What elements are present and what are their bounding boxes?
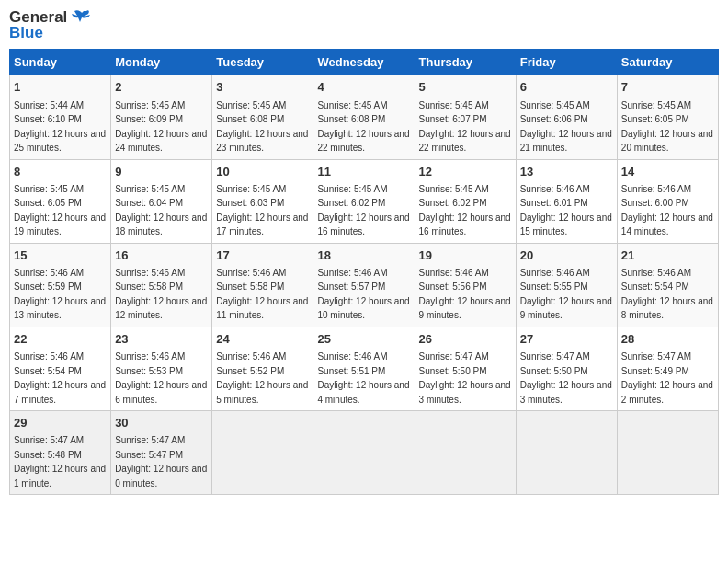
calendar-cell: 17Sunrise: 5:46 AMSunset: 5:58 PMDayligh…: [212, 243, 313, 327]
day-info: Sunrise: 5:46 AMSunset: 5:57 PMDaylight:…: [317, 268, 409, 321]
day-number: 4: [317, 79, 410, 96]
calendar-cell: 11Sunrise: 5:45 AMSunset: 6:02 PMDayligh…: [313, 159, 415, 243]
weekday-header-monday: Monday: [111, 50, 212, 75]
day-info: Sunrise: 5:45 AMSunset: 6:08 PMDaylight:…: [216, 100, 308, 154]
calendar-cell: 27Sunrise: 5:47 AMSunset: 5:50 PMDayligh…: [516, 327, 617, 410]
day-number: 3: [216, 79, 309, 96]
day-info: Sunrise: 5:46 AMSunset: 5:58 PMDaylight:…: [216, 268, 308, 321]
day-info: Sunrise: 5:45 AMSunset: 6:04 PMDaylight:…: [115, 184, 207, 237]
calendar-cell: [516, 411, 617, 495]
calendar-cell: 5Sunrise: 5:45 AMSunset: 6:07 PMDaylight…: [415, 75, 516, 159]
day-number: 18: [317, 247, 410, 264]
day-number: 9: [115, 164, 208, 180]
day-info: Sunrise: 5:47 AMSunset: 5:48 PMDaylight:…: [14, 435, 106, 488]
day-number: 14: [621, 164, 714, 180]
day-info: Sunrise: 5:47 AMSunset: 5:47 PMDaylight:…: [115, 435, 207, 488]
logo-bird-icon: [70, 9, 90, 26]
day-info: Sunrise: 5:45 AMSunset: 6:09 PMDaylight:…: [115, 100, 207, 154]
day-info: Sunrise: 5:46 AMSunset: 6:00 PMDaylight:…: [621, 184, 713, 237]
logo: General Blue: [9, 9, 90, 41]
day-info: Sunrise: 5:46 AMSunset: 5:56 PMDaylight:…: [419, 268, 511, 321]
day-number: 5: [419, 79, 512, 96]
day-number: 6: [520, 79, 613, 96]
day-info: Sunrise: 5:44 AMSunset: 6:10 PMDaylight:…: [14, 100, 106, 154]
calendar-cell: 7Sunrise: 5:45 AMSunset: 6:05 PMDaylight…: [617, 75, 718, 159]
day-info: Sunrise: 5:45 AMSunset: 6:02 PMDaylight:…: [317, 184, 409, 237]
calendar-cell: 25Sunrise: 5:46 AMSunset: 5:51 PMDayligh…: [313, 327, 415, 410]
day-info: Sunrise: 5:46 AMSunset: 5:53 PMDaylight:…: [115, 351, 207, 405]
day-info: Sunrise: 5:46 AMSunset: 5:54 PMDaylight:…: [621, 268, 713, 321]
day-info: Sunrise: 5:46 AMSunset: 5:58 PMDaylight:…: [115, 268, 207, 321]
day-number: 15: [14, 247, 107, 264]
day-number: 7: [621, 79, 714, 96]
calendar-cell: 14Sunrise: 5:46 AMSunset: 6:00 PMDayligh…: [617, 159, 718, 243]
day-number: 8: [14, 164, 107, 180]
day-info: Sunrise: 5:45 AMSunset: 6:05 PMDaylight:…: [621, 100, 713, 154]
day-number: 23: [115, 331, 208, 348]
calendar-table: SundayMondayTuesdayWednesdayThursdayFrid…: [9, 49, 719, 495]
day-number: 10: [216, 164, 309, 180]
day-info: Sunrise: 5:46 AMSunset: 5:55 PMDaylight:…: [520, 268, 612, 321]
day-info: Sunrise: 5:47 AMSunset: 5:50 PMDaylight:…: [520, 351, 612, 405]
weekday-header-thursday: Thursday: [415, 50, 516, 75]
day-info: Sunrise: 5:45 AMSunset: 6:08 PMDaylight:…: [317, 100, 409, 154]
day-info: Sunrise: 5:46 AMSunset: 5:59 PMDaylight:…: [14, 268, 106, 321]
calendar-cell: [313, 411, 415, 495]
calendar-cell: [212, 411, 313, 495]
weekday-header-tuesday: Tuesday: [212, 50, 313, 75]
day-number: 16: [115, 247, 208, 264]
day-info: Sunrise: 5:45 AMSunset: 6:05 PMDaylight:…: [14, 184, 106, 237]
weekday-header-wednesday: Wednesday: [313, 50, 415, 75]
calendar-cell: 20Sunrise: 5:46 AMSunset: 5:55 PMDayligh…: [516, 243, 617, 327]
day-number: 22: [14, 331, 107, 348]
day-number: 12: [419, 164, 512, 180]
calendar-cell: 22Sunrise: 5:46 AMSunset: 5:54 PMDayligh…: [10, 327, 111, 410]
day-number: 21: [621, 247, 714, 264]
calendar-cell: [415, 411, 516, 495]
week-row-2: 8Sunrise: 5:45 AMSunset: 6:05 PMDaylight…: [10, 159, 719, 243]
day-number: 20: [520, 247, 613, 264]
day-info: Sunrise: 5:45 AMSunset: 6:03 PMDaylight:…: [216, 184, 308, 237]
calendar-cell: 28Sunrise: 5:47 AMSunset: 5:49 PMDayligh…: [617, 327, 718, 410]
day-number: 11: [317, 164, 410, 180]
calendar-cell: 2Sunrise: 5:45 AMSunset: 6:09 PMDaylight…: [111, 75, 212, 159]
weekday-header-sunday: Sunday: [10, 50, 111, 75]
page-header: General Blue: [9, 9, 719, 41]
day-number: 26: [419, 331, 512, 348]
day-info: Sunrise: 5:46 AMSunset: 6:01 PMDaylight:…: [520, 184, 612, 237]
day-info: Sunrise: 5:47 AMSunset: 5:50 PMDaylight:…: [419, 351, 511, 405]
calendar-cell: 8Sunrise: 5:45 AMSunset: 6:05 PMDaylight…: [10, 159, 111, 243]
calendar-cell: 15Sunrise: 5:46 AMSunset: 5:59 PMDayligh…: [10, 243, 111, 327]
calendar-cell: 3Sunrise: 5:45 AMSunset: 6:08 PMDaylight…: [212, 75, 313, 159]
day-number: 29: [14, 415, 107, 431]
day-number: 30: [115, 415, 208, 431]
day-number: 27: [520, 331, 613, 348]
calendar-cell: 12Sunrise: 5:45 AMSunset: 6:02 PMDayligh…: [415, 159, 516, 243]
day-number: 13: [520, 164, 613, 180]
day-number: 1: [14, 79, 107, 96]
day-number: 24: [216, 331, 309, 348]
calendar-cell: [617, 411, 718, 495]
weekday-header-row: SundayMondayTuesdayWednesdayThursdayFrid…: [10, 50, 719, 75]
calendar-cell: 30Sunrise: 5:47 AMSunset: 5:47 PMDayligh…: [111, 411, 212, 495]
logo-text: General Blue: [9, 9, 90, 41]
calendar-cell: 6Sunrise: 5:45 AMSunset: 6:06 PMDaylight…: [516, 75, 617, 159]
week-row-4: 22Sunrise: 5:46 AMSunset: 5:54 PMDayligh…: [10, 327, 719, 410]
day-info: Sunrise: 5:46 AMSunset: 5:54 PMDaylight:…: [14, 351, 106, 405]
day-info: Sunrise: 5:45 AMSunset: 6:07 PMDaylight:…: [419, 100, 511, 154]
day-number: 2: [115, 79, 208, 96]
day-info: Sunrise: 5:47 AMSunset: 5:49 PMDaylight:…: [621, 351, 713, 405]
calendar-cell: 21Sunrise: 5:46 AMSunset: 5:54 PMDayligh…: [617, 243, 718, 327]
weekday-header-saturday: Saturday: [617, 50, 718, 75]
calendar-cell: 29Sunrise: 5:47 AMSunset: 5:48 PMDayligh…: [10, 411, 111, 495]
calendar-cell: 19Sunrise: 5:46 AMSunset: 5:56 PMDayligh…: [415, 243, 516, 327]
day-info: Sunrise: 5:45 AMSunset: 6:02 PMDaylight:…: [419, 184, 511, 237]
day-number: 19: [419, 247, 512, 264]
calendar-cell: 13Sunrise: 5:46 AMSunset: 6:01 PMDayligh…: [516, 159, 617, 243]
week-row-1: 1Sunrise: 5:44 AMSunset: 6:10 PMDaylight…: [10, 75, 719, 159]
calendar-cell: 4Sunrise: 5:45 AMSunset: 6:08 PMDaylight…: [313, 75, 415, 159]
day-info: Sunrise: 5:46 AMSunset: 5:52 PMDaylight:…: [216, 351, 308, 405]
week-row-5: 29Sunrise: 5:47 AMSunset: 5:48 PMDayligh…: [10, 411, 719, 495]
day-info: Sunrise: 5:46 AMSunset: 5:51 PMDaylight:…: [317, 351, 409, 405]
day-number: 17: [216, 247, 309, 264]
